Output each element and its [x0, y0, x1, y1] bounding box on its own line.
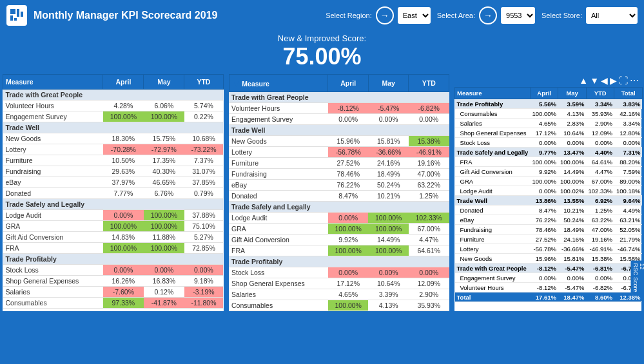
table-row: Gift Aid Conversion 9.92% 14.49% 4.47% [229, 235, 449, 245]
app-icon [6, 5, 27, 26]
table-row: Stock Loss 0.00% 0.00% 0.00% [229, 267, 449, 278]
right-col-april: April [328, 75, 369, 92]
side-table-row: eBay 76.22% 50.24% 63.22% 63.21% [455, 215, 643, 225]
side-table-row: GRA 100.00% 100.00% 67.00% 89.00% [455, 177, 643, 186]
tables-row: Measure April May YTD Trade with Great P… [0, 74, 644, 311]
area-select[interactable]: 9553 [501, 7, 535, 24]
side-table-row: Stock Loss 0.00% 0.00% 0.00% 0.00% [455, 138, 643, 148]
table-row: GRA 100.00% 100.00% 67.00% [229, 224, 449, 235]
table-row: Furniture 27.52% 24.16% 19.16% [229, 158, 449, 169]
table-row: Salaries 4.65% 3.39% 2.90% [229, 289, 449, 300]
side-table-row: Fundraising 78.46% 18.49% 47.00% 52.05% [455, 225, 643, 235]
right-icon[interactable]: ▶ [610, 75, 617, 86]
store-select[interactable]: All [586, 7, 638, 24]
table-row: Salaries -7.60% 0.12% -3.19% [3, 287, 224, 298]
side-table-row: Lodge Audit 0.00% 100.02% 102.33% 100.18… [455, 186, 643, 196]
category-row: Trade with Great People [229, 92, 449, 103]
side-col-ytd: YTD [586, 88, 614, 99]
left-icon[interactable]: ◀ [601, 75, 608, 86]
svg-rect-2 [21, 12, 23, 17]
left-table-container: Measure April May YTD Trade with Great P… [3, 74, 224, 311]
side-table-row: Consumables 100.00% 4.13% 35.93% 42.16% [455, 109, 643, 119]
table-row: FRA 100.00% 100.00% 72.85% [3, 243, 224, 254]
table-row: New Goods 15.96% 15.81% 15.38% [229, 136, 449, 147]
table-row: GRA 100.00% 100.00% 75.10% [3, 221, 224, 232]
table-row: Gift Aid Conversion 14.83% 11.88% 5.27% [3, 232, 224, 243]
side-table-row: FRA 100.00% 100.00% 64.61% 88.20% [455, 157, 643, 167]
table-row: eBay 76.22% 50.24% 63.22% [229, 180, 449, 191]
right-table-container: ▼Measure April May YTD Trade with Great … [229, 74, 450, 311]
side-category-row: Trade with Great People -8.12% -5.47% -6… [455, 263, 643, 273]
table-row: Stock Loss 0.00% 0.00% 0.00% [3, 265, 224, 276]
svg-rect-3 [10, 15, 13, 21]
table-row: Engagement Survey 0.00% 0.00% 0.00% [229, 114, 449, 125]
category-row: Trade Safely and Legally [229, 202, 449, 213]
side-col-measure: Measure [455, 88, 531, 99]
app-title: Monthly Manager KPI Scorecard 2019 [34, 10, 319, 21]
header-bar: Monthly Manager KPI Scorecard 2019 Selec… [0, 0, 644, 31]
svg-rect-1 [17, 9, 19, 17]
table-row: Consumables 97.33% -41.87% -11.80% [3, 298, 224, 309]
right-col-measure: ▼Measure [229, 75, 328, 92]
left-col-april: April [103, 75, 144, 90]
table-row: Volunteer Hours 4.28% 6.06% 5.74% [3, 101, 224, 111]
area-label: Select Area: [437, 12, 475, 19]
svg-rect-4 [14, 18, 17, 21]
store-group: Select Store: All [542, 7, 638, 24]
left-col-ytd: YTD [184, 75, 223, 90]
table-row: Shop General Expenses 16.26% 16.83% 9.18… [3, 276, 224, 287]
table-row: Volunteer Hours -8.12% -5.47% -6.82% [229, 103, 449, 114]
side-table-row: Salaries 4.65% 2.83% 2.90% 3.34% [455, 119, 643, 128]
side-category-row: Trade Well 13.86% 13.55% 6.92% 9.64% [455, 196, 643, 206]
table-row: Lottery -56.78% -36.66% -46.91% [229, 147, 449, 158]
side-category-row: Trade Safely and Legally 9.77% 13.47% 4.… [455, 148, 643, 157]
side-col-april: April [530, 88, 558, 99]
score-section: New & Improved Score: 75.00% [0, 31, 644, 74]
table-row: Donated 8.47% 10.21% 1.25% [229, 191, 449, 202]
rsc-badge: 12RSC Score [630, 260, 644, 294]
score-value: 75.00% [0, 43, 644, 70]
category-row: Trade Well [229, 125, 449, 136]
side-table-row: Lottery -56.78% -36.66% -46.91% -46.74% [455, 244, 643, 254]
expand-icon[interactable]: ⛶ [619, 75, 628, 86]
category-row: Trade with Great People [3, 90, 224, 101]
left-table: Measure April May YTD Trade with Great P… [3, 74, 224, 309]
area-arrow[interactable]: → [479, 6, 497, 24]
table-row: Furniture 10.50% 17.35% 7.37% [3, 155, 224, 166]
table-row: New Goods 18.30% 15.75% 10.68% [3, 133, 224, 144]
score-label: New & Improved Score: [0, 34, 644, 43]
left-col-may: May [144, 75, 184, 90]
category-row: Trade Profitably [3, 254, 224, 265]
region-select[interactable]: East [398, 7, 431, 24]
menu-icon[interactable]: ⋯ [630, 75, 639, 86]
table-row: Lodge Audit 0.00% 100.00% 37.88% [3, 210, 224, 221]
region-label: Select Region: [326, 12, 372, 19]
right-table: ▼Measure April May YTD Trade with Great … [229, 74, 450, 311]
side-panel-header: ▲ ▼ ◀ ▶ ⛶ ⋯ [454, 74, 641, 87]
side-col-total: Total [614, 88, 643, 99]
table-row: Fundraising 78.46% 18.49% 47.00% [229, 169, 449, 180]
down-icon[interactable]: ▼ [590, 75, 599, 86]
side-table-row: Furniture 27.52% 24.16% 19.16% 21.79% [455, 235, 643, 244]
side-table-row: Engagement Survey 0.00% 0.00% 0.00% 0.00… [455, 273, 643, 283]
region-group: Select Region: → East [326, 6, 431, 24]
side-panel: ▲ ▼ ◀ ▶ ⛶ ⋯ Measure April May YTD Total … [454, 74, 641, 311]
side-table-row: Gift Aid Conversion 9.92% 14.49% 4.47% 7… [455, 167, 643, 177]
table-row: Engagement Survey 100.00% 100.00% 0.22% [3, 111, 224, 122]
svg-rect-0 [10, 9, 15, 14]
side-category-row: Trade Profitably 5.56% 3.59% 3.34% 3.83% [455, 99, 643, 109]
table-row: Consumables 100.00% 4.13% 35.93% [229, 300, 449, 311]
side-table-row: Donated 8.47% 10.21% 1.25% 4.49% [455, 206, 643, 215]
up-icon[interactable]: ▲ [579, 75, 588, 86]
side-table-row: Shop General Expenses 17.12% 10.64% 12.0… [455, 128, 643, 138]
region-arrow[interactable]: → [376, 6, 394, 24]
area-group: Select Area: → 9553 [437, 6, 535, 24]
left-col-measure: Measure [3, 75, 103, 90]
table-row: Shop General Expenses 17.12% 10.64% 12.0… [229, 278, 449, 289]
table-row: Fundraising 29.63% 40.30% 31.07% [3, 166, 224, 177]
side-col-may: May [558, 88, 587, 99]
table-row: eBay 37.97% 46.65% 37.85% [3, 177, 224, 188]
category-row: Trade Profitably [229, 256, 449, 267]
table-row: Donated 7.77% 6.76% 0.79% [3, 188, 224, 199]
right-col-ytd: YTD [409, 75, 449, 92]
